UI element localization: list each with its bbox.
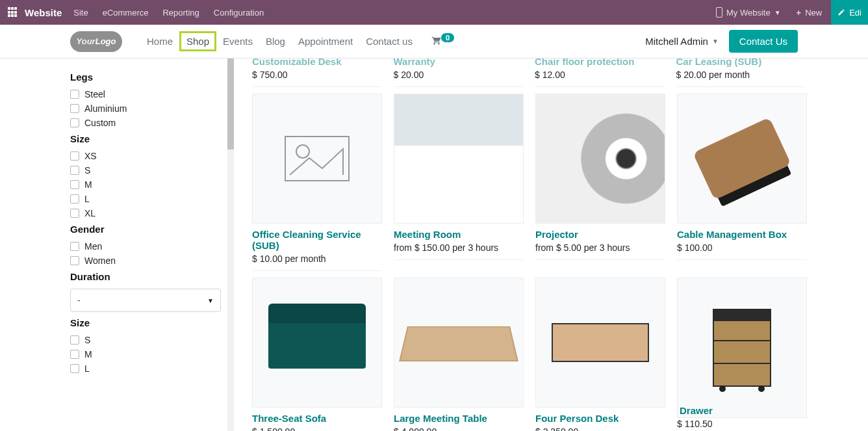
product-title: Office Cleaning Service (SUB)	[252, 229, 382, 251]
filter-xl[interactable]: XL	[70, 208, 229, 218]
product-row: Three-Seat Sofa $ 1,500.00 Large Meeting…	[252, 278, 806, 431]
admin-topbar: Website Site eCommerce Reporting Configu…	[0, 0, 868, 25]
menu-reporting[interactable]: Reporting	[162, 8, 199, 18]
duration-value: -	[77, 295, 81, 306]
product-card[interactable]: Customizable Desk $ 750.00	[252, 59, 382, 94]
pencil-icon	[837, 8, 845, 16]
new-button[interactable]: + New	[790, 5, 829, 20]
product-title: Car Leasing (SUB)	[676, 59, 806, 67]
edit-label: Edi	[849, 8, 862, 18]
product-price: $ 750.00	[252, 70, 382, 80]
edit-button[interactable]: Edi	[831, 0, 868, 25]
mywebsite-label: My Website	[726, 8, 771, 18]
product-grid: Customizable Desk $ 750.00 Warranty $ 20…	[234, 59, 868, 431]
filter-title-gender: Gender	[70, 224, 229, 235]
product-card[interactable]: Office Cleaning Service (SUB) $ 10.00 pe…	[252, 94, 382, 278]
product-card-highlighted[interactable]: Drawer $ 110.50	[677, 278, 807, 431]
nav-home[interactable]: Home	[140, 32, 179, 51]
product-price: $ 1,500.00	[252, 426, 382, 431]
product-title: Drawer	[677, 405, 807, 416]
nav-blog[interactable]: Blog	[259, 32, 292, 51]
menu-ecommerce[interactable]: eCommerce	[103, 8, 149, 18]
sidebar-scrollbar[interactable]	[227, 59, 234, 431]
product-title: Three-Seat Sofa	[252, 413, 382, 424]
product-price: from $ 5.00 per 3 hours	[535, 242, 665, 253]
svg-rect-0	[285, 137, 349, 181]
caret-down-icon: ▼	[712, 38, 719, 45]
filter-steel[interactable]: Steel	[70, 89, 229, 99]
product-card[interactable]: Chair floor protection $ 12.00	[535, 59, 665, 94]
mobile-icon	[716, 7, 722, 18]
product-image	[394, 278, 524, 408]
product-price: $ 10.00 per month	[252, 254, 382, 264]
filter-l2[interactable]: L	[70, 363, 229, 374]
filter-title-duration: Duration	[70, 271, 229, 282]
product-title: Meeting Room	[394, 229, 524, 240]
nav-appointment[interactable]: Appointment	[292, 32, 359, 51]
nav-events[interactable]: Events	[216, 32, 259, 51]
product-price: $ 110.50	[677, 419, 807, 429]
caret-down-icon: ▼	[774, 9, 781, 16]
cart-count: 0	[441, 33, 454, 42]
menu-configuration[interactable]: Configuration	[214, 8, 264, 18]
filter-custom[interactable]: Custom	[70, 118, 229, 128]
product-card[interactable]: Three-Seat Sofa $ 1,500.00	[252, 278, 382, 431]
product-card[interactable]: Projector from $ 5.00 per 3 hours	[535, 94, 665, 278]
product-title: Large Meeting Table	[394, 413, 524, 424]
product-card[interactable]: Four Person Desk $ 2,350.00	[535, 278, 665, 431]
product-title: Customizable Desk	[252, 59, 382, 67]
filter-men[interactable]: Men	[70, 241, 229, 252]
filter-m2[interactable]: M	[70, 349, 229, 359]
product-price: $ 20.00	[394, 70, 524, 80]
menu-site[interactable]: Site	[73, 8, 88, 18]
chevron-down-icon: ▼	[207, 297, 214, 304]
nav-shop[interactable]: Shop	[179, 31, 216, 51]
new-label: New	[805, 8, 822, 18]
filter-title-size2: Size	[70, 317, 229, 328]
filter-women[interactable]: Women	[70, 255, 229, 266]
product-title: Projector	[535, 229, 665, 240]
user-name: Mitchell Admin	[645, 36, 708, 47]
filter-s2[interactable]: S	[70, 335, 229, 345]
product-price: $ 2,350.00	[535, 426, 665, 431]
product-title: Four Person Desk	[535, 413, 665, 424]
product-image	[535, 278, 665, 408]
product-title: Cable Management Box	[677, 229, 807, 240]
filter-title-legs: Legs	[70, 72, 229, 83]
cart-button[interactable]: 0	[431, 35, 454, 48]
product-row: Office Cleaning Service (SUB) $ 10.00 pe…	[252, 94, 806, 278]
filter-s[interactable]: S	[70, 165, 229, 176]
filter-aluminium[interactable]: Aluminium	[70, 103, 229, 114]
product-image	[252, 278, 382, 408]
mywebsite-switcher[interactable]: My Website ▼	[709, 5, 787, 20]
main: Legs Steel Aluminium Custom Size XS S M …	[0, 59, 868, 431]
svg-point-1	[296, 145, 309, 158]
site-nav: YourLogo Home Shop Events Blog Appointme…	[0, 25, 868, 59]
apps-icon[interactable]	[8, 7, 18, 18]
app-brand[interactable]: Website	[25, 7, 62, 18]
filters-sidebar: Legs Steel Aluminium Custom Size XS S M …	[0, 59, 234, 431]
plus-icon: +	[797, 8, 802, 18]
product-image	[252, 94, 382, 224]
product-card[interactable]: Large Meeting Table $ 4,000.00	[394, 278, 524, 431]
product-image	[677, 278, 807, 418]
filter-title-size: Size	[70, 133, 229, 144]
topbar-menu: Site eCommerce Reporting Configuration	[73, 8, 264, 18]
user-menu[interactable]: Mitchell Admin ▼	[645, 36, 719, 47]
product-image	[677, 94, 807, 224]
product-card[interactable]: Cable Management Box $ 100.00	[677, 94, 807, 278]
product-card[interactable]: Warranty $ 20.00	[394, 59, 524, 94]
product-price: $ 12.00	[535, 70, 665, 80]
filter-xs[interactable]: XS	[70, 151, 229, 161]
contact-us-button[interactable]: Contact Us	[729, 30, 798, 53]
product-price: $ 100.00	[677, 242, 807, 253]
product-card[interactable]: Meeting Room from $ 150.00 per 3 hours	[394, 94, 524, 278]
duration-select[interactable]: - ▼	[70, 289, 221, 312]
filter-l[interactable]: L	[70, 194, 229, 204]
nav-contact[interactable]: Contact us	[359, 32, 419, 51]
product-card[interactable]: Car Leasing (SUB) $ 20.00 per month	[676, 59, 806, 94]
filter-m[interactable]: M	[70, 179, 229, 190]
site-logo[interactable]: YourLogo	[70, 31, 122, 52]
product-title: Chair floor protection	[535, 59, 665, 67]
product-title: Warranty	[394, 59, 524, 67]
